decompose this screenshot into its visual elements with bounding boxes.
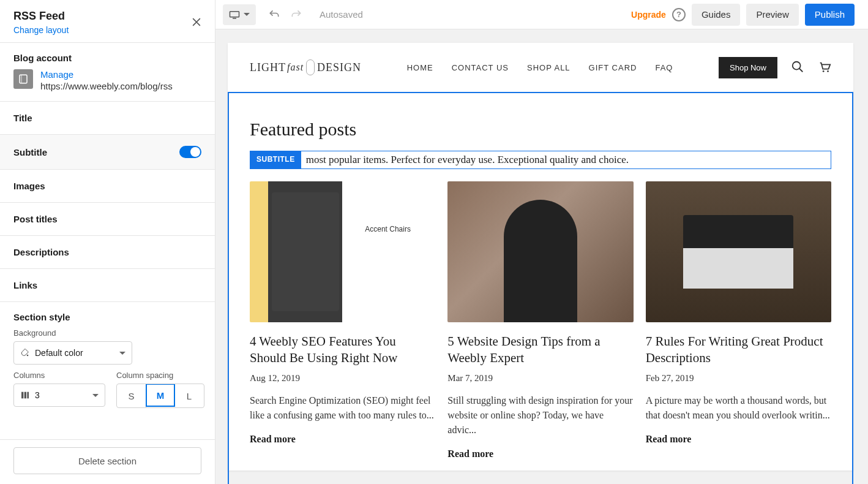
manage-link[interactable]: Manage <box>40 69 173 80</box>
desktop-icon <box>229 10 240 19</box>
post-title: 4 Weebly SEO Features You Should Be Usin… <box>250 333 435 367</box>
section-style-heading: Section style <box>13 312 201 322</box>
svg-point-1 <box>27 355 29 357</box>
background-value: Default color <box>35 348 83 358</box>
item-title[interactable]: Title <box>0 102 215 135</box>
item-images[interactable]: Images <box>0 170 215 203</box>
chevron-down-icon <box>92 394 99 397</box>
device-selector[interactable] <box>223 4 256 25</box>
spacing-label: Column spacing <box>116 371 204 380</box>
item-subtitle[interactable]: Subtitle <box>0 135 215 170</box>
spacing-group: S M L <box>116 384 204 408</box>
sidebar-footer: Delete section <box>0 439 215 484</box>
columns-select[interactable]: 3 <box>13 384 105 407</box>
featured-title[interactable]: Featured posts <box>250 119 831 140</box>
post-date: Mar 7, 2019 <box>447 373 633 384</box>
nav-contact[interactable]: CONTACT US <box>452 63 509 72</box>
redo-button[interactable] <box>286 5 306 25</box>
section-style: Section style Background Default color C… <box>0 302 215 439</box>
site-logo[interactable]: LIGHTfast DESIGN <box>250 59 361 75</box>
topbar: Autosaved Upgrade ? Guides Preview Publi… <box>215 0 868 29</box>
blog-account-heading: Blog account <box>13 53 201 63</box>
nav-gift[interactable]: GIFT CARD <box>589 63 637 72</box>
blog-account-section: Blog account Manage https://www.weebly.c… <box>0 43 215 102</box>
redo-icon <box>290 9 302 21</box>
post-image <box>646 181 831 322</box>
delete-section-button[interactable]: Delete section <box>13 447 201 474</box>
svg-point-6 <box>793 61 801 69</box>
item-links[interactable]: Links <box>0 269 215 302</box>
svg-rect-4 <box>27 392 29 399</box>
autosaved-status: Autosaved <box>320 9 363 20</box>
upgrade-link[interactable]: Upgrade <box>631 10 666 20</box>
svg-point-8 <box>827 70 829 72</box>
background-label: Background <box>13 328 201 338</box>
post-image <box>250 181 435 322</box>
blog-url: https://www.weebly.com/blog/rss <box>40 81 173 91</box>
nav-home[interactable]: HOME <box>407 63 433 72</box>
post-description: Still struggling with design inspiration… <box>447 393 633 437</box>
post-title: 7 Rules For Writing Great Product Descri… <box>646 333 831 367</box>
close-icon[interactable] <box>190 16 205 31</box>
post-description: A picture may be worth a thousand words,… <box>646 393 831 423</box>
item-post-titles[interactable]: Post titles <box>0 203 215 236</box>
svg-point-7 <box>823 70 825 72</box>
nav-faq[interactable]: FAQ <box>655 63 673 72</box>
columns-label: Columns <box>13 371 105 380</box>
post-card[interactable]: 5 Website Design Tips from a Weebly Expe… <box>447 181 633 459</box>
logo-design: DESIGN <box>317 61 361 74</box>
search-icon[interactable] <box>791 60 804 75</box>
background-select[interactable]: Default color <box>13 341 132 365</box>
settings-sidebar: RSS Feed Change layout Blog account Mana… <box>0 0 215 484</box>
preview-button[interactable]: Preview <box>746 4 798 26</box>
posts-grid: 4 Weebly SEO Features You Should Be Usin… <box>250 181 831 459</box>
logo-fast: fast <box>287 62 304 73</box>
chevron-down-icon <box>119 352 125 355</box>
post-date: Aug 12, 2019 <box>250 373 435 384</box>
post-description: Search Engine Optimization (SEO) might f… <box>250 393 435 423</box>
help-icon[interactable]: ? <box>672 8 686 21</box>
featured-section[interactable]: Featured posts SUBTITLE most popular ite… <box>228 92 853 484</box>
undo-button[interactable] <box>264 5 284 25</box>
site-header: LIGHTfast DESIGN HOME CONTACT US SHOP AL… <box>228 43 853 92</box>
read-more-link[interactable]: Read more <box>447 448 633 459</box>
sidebar-header: RSS Feed Change layout <box>0 0 215 43</box>
cart-icon[interactable] <box>818 60 831 75</box>
columns-value: 3 <box>35 390 40 400</box>
logo-light: LIGHT <box>250 61 286 74</box>
publish-button[interactable]: Publish <box>805 4 855 26</box>
site-nav: HOME CONTACT US SHOP ALL GIFT CARD FAQ <box>407 63 673 72</box>
canvas: LIGHTfast DESIGN HOME CONTACT US SHOP AL… <box>215 29 868 484</box>
subtitle-toggle[interactable] <box>179 146 201 158</box>
post-date: Feb 27, 2019 <box>646 373 831 384</box>
post-card[interactable]: 7 Rules For Writing Great Product Descri… <box>646 181 831 459</box>
guides-button[interactable]: Guides <box>692 4 741 26</box>
change-layout-link[interactable]: Change layout <box>13 25 201 35</box>
subtitle-text[interactable]: most popular items. Perfect for everyday… <box>301 151 831 168</box>
subtitle-editor[interactable]: SUBTITLE most popular items. Perfect for… <box>250 151 831 169</box>
post-title: 5 Website Design Tips from a Weebly Expe… <box>447 333 633 367</box>
shop-now-button[interactable]: Shop Now <box>719 57 777 78</box>
spacing-s[interactable]: S <box>117 384 146 407</box>
post-image <box>447 181 633 322</box>
nav-shop[interactable]: SHOP ALL <box>527 63 571 72</box>
spacing-l[interactable]: L <box>174 384 204 407</box>
logo-knot-icon <box>306 59 315 75</box>
post-card[interactable]: 4 Weebly SEO Features You Should Be Usin… <box>250 181 435 459</box>
svg-rect-5 <box>230 11 239 17</box>
svg-rect-2 <box>21 392 23 399</box>
subtitle-badge: SUBTITLE <box>250 151 301 168</box>
blog-icon <box>13 69 33 89</box>
item-subtitle-label: Subtitle <box>13 147 47 157</box>
paint-icon <box>20 348 30 358</box>
spacing-m[interactable]: M <box>146 384 175 407</box>
read-more-link[interactable]: Read more <box>646 434 831 445</box>
undo-icon <box>268 9 280 21</box>
read-more-link[interactable]: Read more <box>250 434 435 445</box>
chevron-down-icon <box>244 13 250 16</box>
sidebar-title: RSS Feed <box>13 10 201 23</box>
svg-rect-0 <box>20 75 27 83</box>
site-preview: LIGHTfast DESIGN HOME CONTACT US SHOP AL… <box>228 43 853 471</box>
item-descriptions[interactable]: Descriptions <box>0 236 215 269</box>
columns-icon <box>20 390 30 400</box>
